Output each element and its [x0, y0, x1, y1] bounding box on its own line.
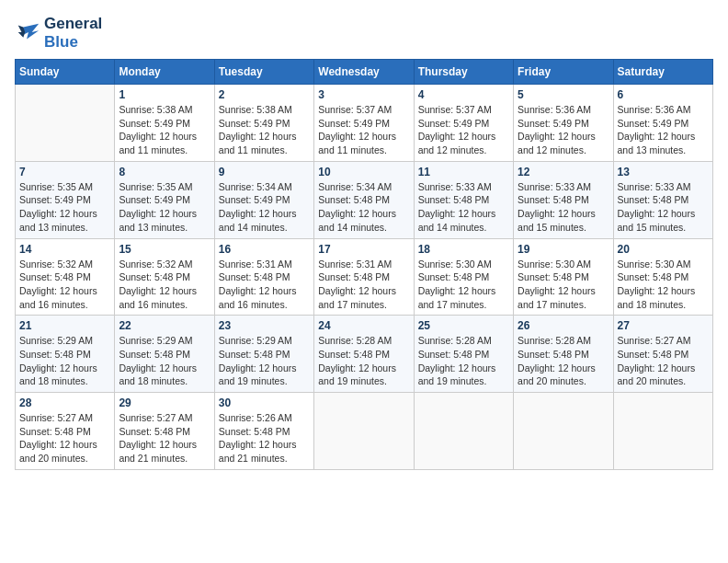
- calendar-cell: 23Sunrise: 5:29 AM Sunset: 5:48 PM Dayli…: [214, 316, 313, 393]
- calendar-cell: [314, 393, 414, 470]
- day-info: Sunrise: 5:34 AM Sunset: 5:48 PM Dayligh…: [318, 180, 409, 235]
- calendar-cell: 20Sunrise: 5:30 AM Sunset: 5:48 PM Dayli…: [613, 238, 712, 316]
- column-header-thursday: Thursday: [414, 60, 513, 85]
- day-info: Sunrise: 5:30 AM Sunset: 5:48 PM Dayligh…: [518, 258, 609, 312]
- calendar-cell: [16, 85, 115, 162]
- calendar-cell: 25Sunrise: 5:28 AM Sunset: 5:48 PM Dayli…: [414, 316, 513, 393]
- day-number: 20: [618, 243, 709, 256]
- calendar-cell: 18Sunrise: 5:30 AM Sunset: 5:48 PM Dayli…: [414, 238, 513, 316]
- calendar-cell: 12Sunrise: 5:33 AM Sunset: 5:48 PM Dayli…: [514, 161, 613, 238]
- day-info: Sunrise: 5:29 AM Sunset: 5:48 PM Dayligh…: [19, 334, 110, 388]
- week-row-3: 14Sunrise: 5:32 AM Sunset: 5:48 PM Dayli…: [16, 238, 713, 316]
- day-number: 29: [119, 396, 210, 409]
- day-number: 19: [518, 243, 609, 256]
- day-number: 26: [518, 319, 609, 332]
- calendar-cell: 30Sunrise: 5:26 AM Sunset: 5:48 PM Dayli…: [214, 393, 313, 470]
- day-number: 27: [618, 319, 709, 332]
- week-row-1: 1Sunrise: 5:38 AM Sunset: 5:49 PM Daylig…: [16, 85, 713, 162]
- calendar-cell: 15Sunrise: 5:32 AM Sunset: 5:48 PM Dayli…: [115, 238, 214, 316]
- day-info: Sunrise: 5:28 AM Sunset: 5:48 PM Dayligh…: [318, 334, 409, 388]
- day-number: 12: [518, 166, 609, 178]
- calendar-table: SundayMondayTuesdayWednesdayThursdayFrid…: [15, 59, 713, 470]
- logo: General Blue: [15, 15, 102, 52]
- day-number: 3: [318, 88, 409, 101]
- day-number: 30: [219, 396, 310, 409]
- day-info: Sunrise: 5:27 AM Sunset: 5:48 PM Dayligh…: [618, 334, 709, 388]
- day-info: Sunrise: 5:37 AM Sunset: 5:49 PM Dayligh…: [418, 103, 509, 157]
- day-info: Sunrise: 5:27 AM Sunset: 5:48 PM Dayligh…: [119, 411, 210, 465]
- day-info: Sunrise: 5:35 AM Sunset: 5:49 PM Dayligh…: [119, 180, 210, 235]
- column-header-wednesday: Wednesday: [314, 60, 414, 85]
- calendar-cell: [414, 393, 513, 470]
- calendar-cell: [514, 393, 613, 470]
- column-header-saturday: Saturday: [613, 60, 712, 85]
- day-info: Sunrise: 5:38 AM Sunset: 5:49 PM Dayligh…: [119, 103, 210, 157]
- column-header-tuesday: Tuesday: [214, 60, 313, 85]
- calendar-cell: 8Sunrise: 5:35 AM Sunset: 5:49 PM Daylig…: [115, 161, 214, 238]
- day-number: 1: [119, 88, 210, 101]
- day-number: 28: [19, 396, 110, 409]
- day-number: 11: [418, 166, 509, 178]
- calendar-cell: 29Sunrise: 5:27 AM Sunset: 5:48 PM Dayli…: [115, 393, 214, 470]
- calendar-cell: 2Sunrise: 5:38 AM Sunset: 5:49 PM Daylig…: [214, 85, 313, 162]
- day-number: 6: [618, 88, 709, 101]
- day-number: 18: [418, 243, 509, 256]
- calendar-cell: [613, 393, 712, 470]
- calendar-cell: 26Sunrise: 5:28 AM Sunset: 5:48 PM Dayli…: [514, 316, 613, 393]
- day-number: 17: [318, 243, 409, 256]
- calendar-header-row: SundayMondayTuesdayWednesdayThursdayFrid…: [16, 60, 713, 85]
- calendar-cell: 6Sunrise: 5:36 AM Sunset: 5:49 PM Daylig…: [613, 85, 712, 162]
- calendar-cell: 27Sunrise: 5:27 AM Sunset: 5:48 PM Dayli…: [613, 316, 712, 393]
- calendar-cell: 17Sunrise: 5:31 AM Sunset: 5:48 PM Dayli…: [314, 238, 414, 316]
- day-number: 2: [219, 88, 310, 101]
- day-info: Sunrise: 5:33 AM Sunset: 5:48 PM Dayligh…: [618, 180, 709, 235]
- day-number: 21: [19, 319, 110, 332]
- week-row-2: 7Sunrise: 5:35 AM Sunset: 5:49 PM Daylig…: [16, 161, 713, 238]
- calendar-cell: 3Sunrise: 5:37 AM Sunset: 5:49 PM Daylig…: [314, 85, 414, 162]
- day-number: 7: [19, 166, 110, 178]
- day-number: 16: [219, 243, 310, 256]
- week-row-4: 21Sunrise: 5:29 AM Sunset: 5:48 PM Dayli…: [16, 316, 713, 393]
- page-header: General Blue: [15, 15, 713, 52]
- calendar-cell: 13Sunrise: 5:33 AM Sunset: 5:48 PM Dayli…: [613, 161, 712, 238]
- day-info: Sunrise: 5:27 AM Sunset: 5:48 PM Dayligh…: [19, 411, 110, 465]
- day-info: Sunrise: 5:34 AM Sunset: 5:49 PM Dayligh…: [219, 180, 310, 235]
- day-number: 22: [119, 319, 210, 332]
- day-number: 15: [119, 243, 210, 256]
- day-info: Sunrise: 5:33 AM Sunset: 5:48 PM Dayligh…: [518, 180, 609, 235]
- calendar-cell: 24Sunrise: 5:28 AM Sunset: 5:48 PM Dayli…: [314, 316, 414, 393]
- calendar-cell: 4Sunrise: 5:37 AM Sunset: 5:49 PM Daylig…: [414, 85, 513, 162]
- calendar-cell: 5Sunrise: 5:36 AM Sunset: 5:49 PM Daylig…: [514, 85, 613, 162]
- day-info: Sunrise: 5:32 AM Sunset: 5:48 PM Dayligh…: [19, 258, 110, 312]
- day-number: 14: [19, 243, 110, 256]
- calendar-cell: 7Sunrise: 5:35 AM Sunset: 5:49 PM Daylig…: [16, 161, 115, 238]
- day-info: Sunrise: 5:28 AM Sunset: 5:48 PM Dayligh…: [518, 334, 609, 388]
- day-info: Sunrise: 5:30 AM Sunset: 5:48 PM Dayligh…: [418, 258, 509, 312]
- column-header-friday: Friday: [514, 60, 613, 85]
- day-info: Sunrise: 5:31 AM Sunset: 5:48 PM Dayligh…: [318, 258, 409, 312]
- column-header-monday: Monday: [115, 60, 214, 85]
- day-info: Sunrise: 5:29 AM Sunset: 5:48 PM Dayligh…: [119, 334, 210, 388]
- calendar-cell: 1Sunrise: 5:38 AM Sunset: 5:49 PM Daylig…: [115, 85, 214, 162]
- day-number: 13: [618, 166, 709, 178]
- calendar-cell: 9Sunrise: 5:34 AM Sunset: 5:49 PM Daylig…: [214, 161, 313, 238]
- calendar-cell: 14Sunrise: 5:32 AM Sunset: 5:48 PM Dayli…: [16, 238, 115, 316]
- calendar-cell: 28Sunrise: 5:27 AM Sunset: 5:48 PM Dayli…: [16, 393, 115, 470]
- day-info: Sunrise: 5:36 AM Sunset: 5:49 PM Dayligh…: [518, 103, 609, 157]
- day-info: Sunrise: 5:29 AM Sunset: 5:48 PM Dayligh…: [219, 334, 310, 388]
- day-number: 24: [318, 319, 409, 332]
- calendar-cell: 22Sunrise: 5:29 AM Sunset: 5:48 PM Dayli…: [115, 316, 214, 393]
- day-number: 9: [219, 166, 310, 178]
- day-number: 5: [518, 88, 609, 101]
- day-info: Sunrise: 5:37 AM Sunset: 5:49 PM Dayligh…: [318, 103, 409, 157]
- day-number: 23: [219, 319, 310, 332]
- day-info: Sunrise: 5:28 AM Sunset: 5:48 PM Dayligh…: [418, 334, 509, 388]
- day-info: Sunrise: 5:36 AM Sunset: 5:49 PM Dayligh…: [618, 103, 709, 157]
- day-info: Sunrise: 5:32 AM Sunset: 5:48 PM Dayligh…: [119, 258, 210, 312]
- week-row-5: 28Sunrise: 5:27 AM Sunset: 5:48 PM Dayli…: [16, 393, 713, 470]
- day-number: 10: [318, 166, 409, 178]
- day-info: Sunrise: 5:33 AM Sunset: 5:48 PM Dayligh…: [418, 180, 509, 235]
- calendar-cell: 19Sunrise: 5:30 AM Sunset: 5:48 PM Dayli…: [514, 238, 613, 316]
- day-info: Sunrise: 5:35 AM Sunset: 5:49 PM Dayligh…: [19, 180, 110, 235]
- day-info: Sunrise: 5:30 AM Sunset: 5:48 PM Dayligh…: [618, 258, 709, 312]
